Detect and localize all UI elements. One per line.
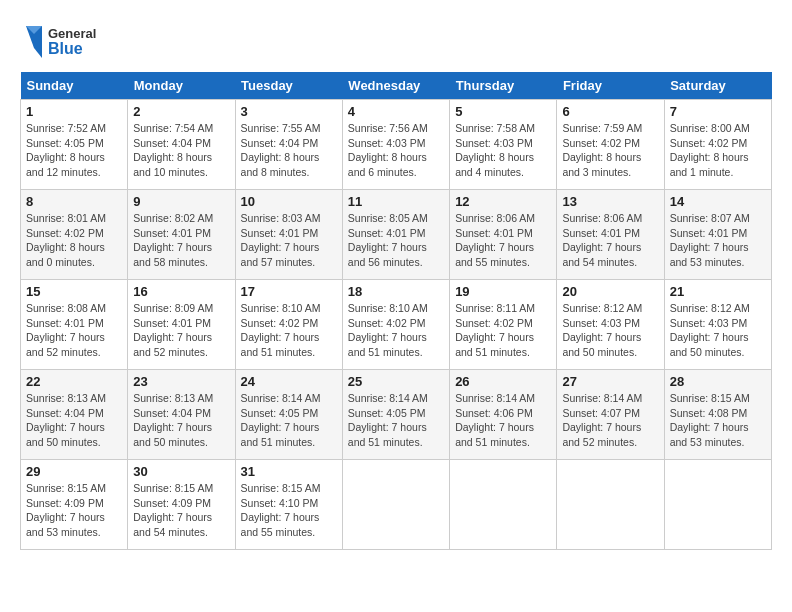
day-number: 5 — [455, 104, 551, 119]
day-info: Sunrise: 8:11 AM Sunset: 4:02 PM Dayligh… — [455, 301, 551, 360]
calendar-day-cell: 4Sunrise: 7:56 AM Sunset: 4:03 PM Daylig… — [342, 100, 449, 190]
day-info: Sunrise: 8:14 AM Sunset: 4:06 PM Dayligh… — [455, 391, 551, 450]
day-number: 10 — [241, 194, 337, 209]
calendar-day-cell: 31Sunrise: 8:15 AM Sunset: 4:10 PM Dayli… — [235, 460, 342, 550]
day-info: Sunrise: 8:12 AM Sunset: 4:03 PM Dayligh… — [670, 301, 766, 360]
day-number: 30 — [133, 464, 229, 479]
day-number: 27 — [562, 374, 658, 389]
page-header: General Blue — [20, 20, 772, 64]
calendar-week-row: 22Sunrise: 8:13 AM Sunset: 4:04 PM Dayli… — [21, 370, 772, 460]
weekday-header-sunday: Sunday — [21, 72, 128, 100]
day-info: Sunrise: 8:14 AM Sunset: 4:05 PM Dayligh… — [348, 391, 444, 450]
calendar-day-cell: 25Sunrise: 8:14 AM Sunset: 4:05 PM Dayli… — [342, 370, 449, 460]
day-number: 3 — [241, 104, 337, 119]
day-info: Sunrise: 8:15 AM Sunset: 4:10 PM Dayligh… — [241, 481, 337, 540]
svg-text:Blue: Blue — [48, 40, 83, 57]
calendar-day-cell: 27Sunrise: 8:14 AM Sunset: 4:07 PM Dayli… — [557, 370, 664, 460]
calendar-day-cell: 14Sunrise: 8:07 AM Sunset: 4:01 PM Dayli… — [664, 190, 771, 280]
day-number: 26 — [455, 374, 551, 389]
calendar-day-cell: 6Sunrise: 7:59 AM Sunset: 4:02 PM Daylig… — [557, 100, 664, 190]
calendar-day-cell: 26Sunrise: 8:14 AM Sunset: 4:06 PM Dayli… — [450, 370, 557, 460]
calendar-day-cell: 28Sunrise: 8:15 AM Sunset: 4:08 PM Dayli… — [664, 370, 771, 460]
calendar-week-row: 15Sunrise: 8:08 AM Sunset: 4:01 PM Dayli… — [21, 280, 772, 370]
calendar-day-cell: 21Sunrise: 8:12 AM Sunset: 4:03 PM Dayli… — [664, 280, 771, 370]
calendar-day-cell — [664, 460, 771, 550]
day-info: Sunrise: 7:54 AM Sunset: 4:04 PM Dayligh… — [133, 121, 229, 180]
calendar-day-cell: 7Sunrise: 8:00 AM Sunset: 4:02 PM Daylig… — [664, 100, 771, 190]
logo: General Blue — [20, 20, 120, 64]
calendar-day-cell: 8Sunrise: 8:01 AM Sunset: 4:02 PM Daylig… — [21, 190, 128, 280]
weekday-header-friday: Friday — [557, 72, 664, 100]
day-info: Sunrise: 8:15 AM Sunset: 4:09 PM Dayligh… — [133, 481, 229, 540]
weekday-header-thursday: Thursday — [450, 72, 557, 100]
day-info: Sunrise: 8:15 AM Sunset: 4:09 PM Dayligh… — [26, 481, 122, 540]
calendar-day-cell: 17Sunrise: 8:10 AM Sunset: 4:02 PM Dayli… — [235, 280, 342, 370]
day-info: Sunrise: 8:02 AM Sunset: 4:01 PM Dayligh… — [133, 211, 229, 270]
day-number: 17 — [241, 284, 337, 299]
day-info: Sunrise: 7:55 AM Sunset: 4:04 PM Dayligh… — [241, 121, 337, 180]
day-info: Sunrise: 7:58 AM Sunset: 4:03 PM Dayligh… — [455, 121, 551, 180]
day-number: 24 — [241, 374, 337, 389]
weekday-header-wednesday: Wednesday — [342, 72, 449, 100]
day-number: 11 — [348, 194, 444, 209]
day-info: Sunrise: 8:10 AM Sunset: 4:02 PM Dayligh… — [348, 301, 444, 360]
day-info: Sunrise: 8:08 AM Sunset: 4:01 PM Dayligh… — [26, 301, 122, 360]
day-number: 14 — [670, 194, 766, 209]
calendar-week-row: 8Sunrise: 8:01 AM Sunset: 4:02 PM Daylig… — [21, 190, 772, 280]
day-number: 12 — [455, 194, 551, 209]
day-number: 15 — [26, 284, 122, 299]
day-info: Sunrise: 8:09 AM Sunset: 4:01 PM Dayligh… — [133, 301, 229, 360]
day-number: 9 — [133, 194, 229, 209]
calendar-day-cell: 12Sunrise: 8:06 AM Sunset: 4:01 PM Dayli… — [450, 190, 557, 280]
weekday-header-monday: Monday — [128, 72, 235, 100]
calendar-day-cell: 23Sunrise: 8:13 AM Sunset: 4:04 PM Dayli… — [128, 370, 235, 460]
weekday-header-saturday: Saturday — [664, 72, 771, 100]
day-number: 2 — [133, 104, 229, 119]
day-info: Sunrise: 8:14 AM Sunset: 4:05 PM Dayligh… — [241, 391, 337, 450]
calendar-day-cell: 9Sunrise: 8:02 AM Sunset: 4:01 PM Daylig… — [128, 190, 235, 280]
calendar-day-cell: 19Sunrise: 8:11 AM Sunset: 4:02 PM Dayli… — [450, 280, 557, 370]
calendar-day-cell: 1Sunrise: 7:52 AM Sunset: 4:05 PM Daylig… — [21, 100, 128, 190]
day-number: 20 — [562, 284, 658, 299]
svg-text:General: General — [48, 26, 96, 41]
day-info: Sunrise: 8:06 AM Sunset: 4:01 PM Dayligh… — [562, 211, 658, 270]
calendar-day-cell: 3Sunrise: 7:55 AM Sunset: 4:04 PM Daylig… — [235, 100, 342, 190]
calendar-day-cell: 15Sunrise: 8:08 AM Sunset: 4:01 PM Dayli… — [21, 280, 128, 370]
day-number: 6 — [562, 104, 658, 119]
day-info: Sunrise: 8:06 AM Sunset: 4:01 PM Dayligh… — [455, 211, 551, 270]
weekday-header-tuesday: Tuesday — [235, 72, 342, 100]
day-number: 7 — [670, 104, 766, 119]
calendar-day-cell: 13Sunrise: 8:06 AM Sunset: 4:01 PM Dayli… — [557, 190, 664, 280]
calendar-day-cell: 2Sunrise: 7:54 AM Sunset: 4:04 PM Daylig… — [128, 100, 235, 190]
day-number: 8 — [26, 194, 122, 209]
day-number: 16 — [133, 284, 229, 299]
day-number: 19 — [455, 284, 551, 299]
logo-svg: General Blue — [20, 20, 120, 64]
calendar-day-cell: 5Sunrise: 7:58 AM Sunset: 4:03 PM Daylig… — [450, 100, 557, 190]
calendar-day-cell — [450, 460, 557, 550]
calendar-day-cell: 18Sunrise: 8:10 AM Sunset: 4:02 PM Dayli… — [342, 280, 449, 370]
day-info: Sunrise: 8:14 AM Sunset: 4:07 PM Dayligh… — [562, 391, 658, 450]
day-number: 18 — [348, 284, 444, 299]
calendar-day-cell: 22Sunrise: 8:13 AM Sunset: 4:04 PM Dayli… — [21, 370, 128, 460]
calendar-day-cell: 24Sunrise: 8:14 AM Sunset: 4:05 PM Dayli… — [235, 370, 342, 460]
day-info: Sunrise: 8:01 AM Sunset: 4:02 PM Dayligh… — [26, 211, 122, 270]
calendar-day-cell: 16Sunrise: 8:09 AM Sunset: 4:01 PM Dayli… — [128, 280, 235, 370]
day-info: Sunrise: 8:05 AM Sunset: 4:01 PM Dayligh… — [348, 211, 444, 270]
day-info: Sunrise: 8:13 AM Sunset: 4:04 PM Dayligh… — [133, 391, 229, 450]
day-number: 31 — [241, 464, 337, 479]
calendar-day-cell — [557, 460, 664, 550]
day-info: Sunrise: 8:12 AM Sunset: 4:03 PM Dayligh… — [562, 301, 658, 360]
calendar-day-cell: 29Sunrise: 8:15 AM Sunset: 4:09 PM Dayli… — [21, 460, 128, 550]
day-info: Sunrise: 7:59 AM Sunset: 4:02 PM Dayligh… — [562, 121, 658, 180]
day-info: Sunrise: 8:15 AM Sunset: 4:08 PM Dayligh… — [670, 391, 766, 450]
day-number: 1 — [26, 104, 122, 119]
day-number: 13 — [562, 194, 658, 209]
day-info: Sunrise: 8:10 AM Sunset: 4:02 PM Dayligh… — [241, 301, 337, 360]
calendar-week-row: 1Sunrise: 7:52 AM Sunset: 4:05 PM Daylig… — [21, 100, 772, 190]
day-info: Sunrise: 8:07 AM Sunset: 4:01 PM Dayligh… — [670, 211, 766, 270]
day-number: 23 — [133, 374, 229, 389]
day-number: 4 — [348, 104, 444, 119]
day-info: Sunrise: 8:00 AM Sunset: 4:02 PM Dayligh… — [670, 121, 766, 180]
day-number: 22 — [26, 374, 122, 389]
